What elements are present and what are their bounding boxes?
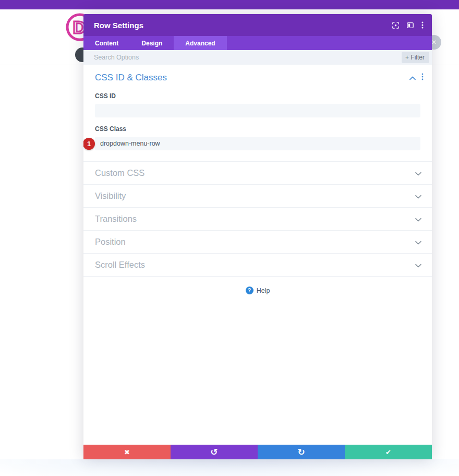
help-link[interactable]: ? Help	[83, 287, 432, 294]
page-bottom-area	[0, 459, 459, 476]
save-icon: ✔	[385, 449, 391, 456]
modal-footer: ✖ ↺ ↻ ✔	[83, 445, 432, 459]
search-options-input[interactable]	[94, 54, 402, 61]
chevron-down-icon	[415, 192, 421, 201]
modal-title: Row Settings	[94, 21, 392, 30]
modal-tabs: Content Design Advanced	[83, 36, 432, 50]
panel-layout-icon[interactable]	[407, 22, 414, 29]
redo-icon: ↻	[297, 448, 305, 457]
cancel-icon: ✖	[124, 449, 130, 456]
search-options-row: + Filter	[83, 50, 432, 65]
filter-button[interactable]: + Filter	[402, 52, 429, 63]
css-id-label: CSS ID	[95, 92, 420, 100]
modal-header: Row Settings	[83, 14, 432, 36]
row-settings-modal: Row Settings Content Des	[83, 14, 432, 459]
undo-button[interactable]: ↺	[171, 445, 258, 459]
help-label: Help	[257, 287, 270, 294]
save-button[interactable]: ✔	[345, 445, 432, 459]
chevron-down-icon	[415, 169, 421, 178]
more-options-icon[interactable]	[421, 21, 424, 29]
css-class-label: CSS Class	[95, 125, 420, 133]
section-menu-icon[interactable]	[421, 73, 424, 82]
redo-button[interactable]: ↻	[258, 445, 345, 459]
focus-preview-icon[interactable]	[392, 22, 399, 29]
page-top-bar	[0, 0, 459, 9]
cancel-button[interactable]: ✖	[83, 445, 171, 459]
tab-advanced[interactable]: Advanced	[174, 36, 226, 50]
chevron-down-icon	[415, 260, 421, 270]
close-icon: ✕	[431, 39, 437, 46]
css-id-classes-section-header[interactable]: CSS ID & Classes	[83, 65, 432, 86]
modal-body: CSS ID & Classes CSS ID CSS Class 1	[83, 65, 432, 445]
css-id-input[interactable]	[95, 104, 420, 117]
section-scroll-effects[interactable]: Scroll Effects	[83, 254, 432, 277]
chevron-up-icon[interactable]	[409, 73, 416, 82]
section-position[interactable]: Position	[83, 231, 432, 254]
css-class-input[interactable]	[95, 137, 420, 150]
undo-icon: ↺	[210, 448, 218, 457]
step-badge: 1	[83, 138, 95, 150]
section-custom-css[interactable]: Custom CSS	[83, 162, 432, 185]
section-title: CSS ID & Classes	[95, 73, 409, 83]
section-visibility[interactable]: Visibility	[83, 185, 432, 208]
tab-content[interactable]: Content	[83, 36, 130, 50]
chevron-down-icon	[415, 237, 421, 247]
collapsed-sections: Custom CSS Visibility Transitions Positi…	[83, 161, 432, 277]
help-icon: ?	[246, 287, 253, 294]
section-transitions[interactable]: Transitions	[83, 208, 432, 231]
chevron-down-icon	[415, 215, 421, 224]
tab-design[interactable]: Design	[130, 36, 174, 50]
